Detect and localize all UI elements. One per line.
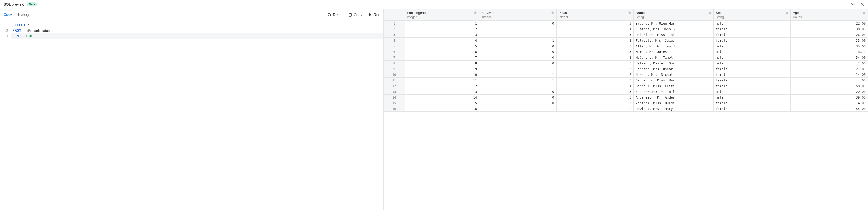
table-row[interactable]: 161612Hewlett, Mrs. (Mary female55.00 (384, 106, 868, 112)
cell[interactable]: 3 (556, 66, 633, 72)
cell[interactable]: 15 (405, 100, 479, 106)
chevron-down-icon[interactable] (851, 2, 856, 7)
cell[interactable]: 0 (479, 55, 557, 61)
cell[interactable]: 58.00 (791, 83, 868, 89)
cell[interactable]: male (713, 89, 791, 95)
cell[interactable]: 2 (556, 106, 633, 112)
grid-scroll[interactable]: PassengerIdIntegerSurvivedIntegerPclassI… (383, 9, 868, 210)
cell[interactable]: 1 (556, 26, 633, 32)
cell[interactable]: 13 (405, 89, 479, 95)
cell[interactable]: Palsson, Master. Gos (633, 61, 713, 66)
cell[interactable]: 38.00 (791, 26, 868, 32)
cell[interactable]: female (713, 100, 791, 106)
cell[interactable]: 1 (479, 26, 557, 32)
table-row[interactable]: 121211Bonnell, Miss. Elizafemale58.00 (384, 83, 868, 89)
cell[interactable]: 2 (556, 72, 633, 78)
cell[interactable]: 9 (405, 66, 479, 72)
table-row[interactable]: 8803Palsson, Master. Gosmale2.00 (384, 61, 868, 66)
cell[interactable]: male (713, 61, 791, 66)
run-button[interactable]: Run (368, 13, 380, 17)
tab-history[interactable]: History (17, 9, 30, 20)
cell[interactable]: 1 (556, 83, 633, 89)
copy-button[interactable]: Copy (348, 13, 363, 17)
cell[interactable]: 14.00 (791, 72, 868, 78)
cell[interactable]: 14.00 (791, 100, 868, 106)
cell[interactable]: 2.00 (791, 61, 868, 66)
cell[interactable]: 6 (405, 49, 479, 55)
cell[interactable]: Cumings, Mrs. John B (633, 26, 713, 32)
table-row[interactable]: 151503Vestrom, Miss. Huldafemale14.00 (384, 100, 868, 106)
dataset-chip[interactable]: titanic dataset (26, 28, 54, 33)
cell[interactable]: 0 (479, 95, 557, 100)
table-row[interactable]: 111113Sandstrom, Miss. Marfemale4.00 (384, 78, 868, 83)
reset-button[interactable]: Reset (327, 13, 342, 17)
cell[interactable]: 0 (479, 89, 557, 95)
cell[interactable]: Allen, Mr. William H (633, 43, 713, 49)
sort-icon[interactable] (551, 11, 554, 14)
cell[interactable]: 12 (405, 83, 479, 89)
table-row[interactable]: 9913Johnson, Mrs. Oscar female27.00 (384, 66, 868, 72)
cell[interactable]: 35.00 (791, 38, 868, 43)
cell[interactable]: female (713, 72, 791, 78)
table-row[interactable]: 101012Nasser, Mrs. Nicholafemale14.00 (384, 72, 868, 78)
cell[interactable]: 11 (405, 78, 479, 83)
cell[interactable]: McCarthy, Mr. Timoth (633, 55, 713, 61)
cell[interactable]: 4.00 (791, 78, 868, 83)
cell[interactable]: Saundercock, Mr. Wil (633, 89, 713, 95)
cell[interactable]: Braund, Mr. Owen Har (633, 21, 713, 26)
cell[interactable]: 39.00 (791, 95, 868, 100)
tab-code[interactable]: Code (3, 9, 13, 20)
cell[interactable]: 0 (479, 43, 557, 49)
cell[interactable]: 3 (556, 61, 633, 66)
cell[interactable]: 55.00 (791, 106, 868, 112)
cell[interactable]: 1 (479, 38, 557, 43)
cell[interactable]: 0 (479, 49, 557, 55)
cell[interactable]: 1 (479, 106, 557, 112)
cell[interactable]: Vestrom, Miss. Hulda (633, 100, 713, 106)
close-icon[interactable] (860, 2, 864, 7)
cell[interactable]: 1 (479, 66, 557, 72)
cell[interactable]: female (713, 83, 791, 89)
cell[interactable]: male (713, 21, 791, 26)
cell[interactable]: Heikkinen, Miss. Lai (633, 32, 713, 38)
table-row[interactable]: 131303Saundercock, Mr. Wilmale20.00 (384, 89, 868, 95)
cell[interactable]: male (713, 49, 791, 55)
editor-code[interactable]: SELECT * FROM `titanic dataset` LIMIT 10… (11, 21, 383, 210)
cell[interactable]: Moran, Mr. James (633, 49, 713, 55)
cell[interactable]: 1 (405, 21, 479, 26)
column-header[interactable]: PassengerIdInteger (405, 9, 479, 21)
cell[interactable]: female (713, 78, 791, 83)
cell[interactable]: Andersson, Mr. Ander (633, 95, 713, 100)
table-row[interactable]: 5503Allen, Mr. William Hmale35.00 (384, 43, 868, 49)
cell[interactable]: null (791, 49, 868, 55)
column-header[interactable]: PclassInteger (556, 9, 633, 21)
cell[interactable]: female (713, 26, 791, 32)
cell[interactable]: 10 (405, 72, 479, 78)
cell[interactable]: 0 (479, 21, 557, 26)
sort-icon[interactable] (708, 11, 711, 14)
cell[interactable]: 1 (479, 32, 557, 38)
cell[interactable]: Hewlett, Mrs. (Mary (633, 106, 713, 112)
column-header[interactable]: SurvivedInteger (479, 9, 557, 21)
cell[interactable]: female (713, 38, 791, 43)
column-header[interactable]: SexString (713, 9, 791, 21)
table-row[interactable]: 2211Cumings, Mrs. John Bfemale38.00 (384, 26, 868, 32)
table-row[interactable]: 3313Heikkinen, Miss. Laifemale26.00 (384, 32, 868, 38)
cell[interactable]: 3 (556, 49, 633, 55)
cell[interactable]: male (713, 55, 791, 61)
code-line[interactable]: FROM `titanic dataset` (11, 28, 383, 33)
cell[interactable]: 1 (479, 78, 557, 83)
cell[interactable]: 3 (556, 78, 633, 83)
cell[interactable]: 8 (405, 61, 479, 66)
cell[interactable]: 14 (405, 95, 479, 100)
cell[interactable]: female (713, 66, 791, 72)
cell[interactable]: Bonnell, Miss. Eliza (633, 83, 713, 89)
cell[interactable]: 3 (556, 89, 633, 95)
cell[interactable]: 2 (405, 26, 479, 32)
cell[interactable]: 26.00 (791, 32, 868, 38)
cell[interactable]: 0 (479, 61, 557, 66)
cell[interactable]: 16 (405, 106, 479, 112)
cell[interactable]: female (713, 106, 791, 112)
cell[interactable]: 22.00 (791, 21, 868, 26)
cell[interactable]: 7 (405, 55, 479, 61)
